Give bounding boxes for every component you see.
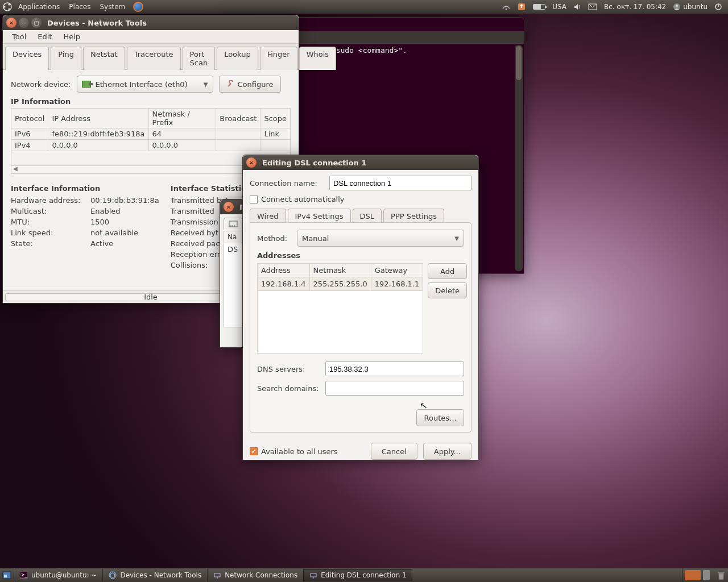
- search-domains-input[interactable]: [325, 381, 464, 396]
- nettools-titlebar[interactable]: ✕ ─ ▢ Devices - Network Tools: [3, 15, 299, 30]
- tab-traceroute[interactable]: Traceroute: [127, 47, 181, 70]
- edit-menu[interactable]: Edit: [32, 31, 57, 42]
- nettools-menubar: Tool Edit Help: [3, 30, 299, 44]
- tab-ping[interactable]: Ping: [51, 47, 81, 70]
- dns-label: DNS servers:: [257, 365, 320, 373]
- trash-icon[interactable]: [717, 570, 726, 580]
- add-button[interactable]: Add: [428, 263, 467, 279]
- user-indicator[interactable]: ubuntu: [669, 3, 711, 11]
- window-title: Editing DSL connection 1: [262, 159, 366, 167]
- connection-name-input[interactable]: [329, 176, 471, 190]
- window-title: Devices - Network Tools: [47, 19, 147, 27]
- tab-wired[interactable]: Wired: [250, 209, 286, 223]
- ip-info-heading: IP Information: [11, 97, 291, 106]
- places-menu[interactable]: Places: [64, 3, 95, 11]
- addresses-heading: Addresses: [257, 251, 464, 260]
- maximize-icon[interactable]: ▢: [31, 18, 42, 28]
- cancel-button[interactable]: Cancel: [371, 443, 417, 460]
- terminal-scrollbar[interactable]: [515, 45, 523, 271]
- firefox-icon[interactable]: [133, 2, 143, 12]
- tab-wired[interactable]: [224, 218, 243, 230]
- task-netconn[interactable]: Network Connections: [207, 569, 303, 581]
- dsl-titlebar[interactable]: ✕ Editing DSL connection 1: [243, 155, 478, 170]
- ethernet-icon: [82, 81, 91, 88]
- system-menu[interactable]: System: [95, 3, 130, 11]
- connect-auto-label[interactable]: Connect automatically: [261, 195, 345, 203]
- tab-ppp[interactable]: PPP Settings: [383, 209, 444, 223]
- top-panel: Applications Places System USA Вс. окт. …: [0, 0, 728, 14]
- terminal-icon: >_: [20, 571, 28, 579]
- configure-button[interactable]: Configure: [219, 76, 281, 93]
- svg-rect-21: [214, 573, 220, 577]
- table-row[interactable]: IPv6fe80::219:dbff:feb3:918a64Link: [11, 128, 291, 140]
- session-indicator-icon[interactable]: [711, 3, 726, 11]
- minimize-icon[interactable]: ─: [19, 18, 29, 28]
- tab-devices[interactable]: Devices: [5, 47, 49, 70]
- svg-point-19: [110, 573, 115, 577]
- task-nettools[interactable]: Devices - Network Tools: [102, 569, 207, 581]
- method-value: Manual: [302, 234, 329, 243]
- messaging-indicator-icon[interactable]: [585, 3, 601, 10]
- dsl-editing-dialog: ✕ Editing DSL connection 1 Connection na…: [242, 155, 479, 460]
- col-gateway[interactable]: Gateway: [371, 264, 423, 277]
- volume-indicator-icon[interactable]: [570, 3, 585, 11]
- col-netmask[interactable]: Netmask: [309, 264, 371, 277]
- ubuntu-logo-icon[interactable]: [2, 2, 13, 12]
- tab-finger[interactable]: Finger: [260, 47, 297, 70]
- keyboard-indicator[interactable]: USA: [549, 3, 570, 11]
- col-netmask[interactable]: Netmask / Prefix: [148, 109, 216, 128]
- help-menu[interactable]: Help: [57, 31, 86, 42]
- table-row[interactable]: IPv40.0.0.00.0.0.0: [11, 140, 291, 151]
- task-dsl-editing[interactable]: Editing DSL connection 1: [303, 569, 412, 581]
- svg-point-4: [506, 9, 507, 10]
- svg-text:>_: >_: [21, 572, 28, 577]
- svg-point-8: [676, 5, 678, 7]
- routes-button[interactable]: Routes…: [416, 409, 464, 426]
- col-broadcast[interactable]: Broadcast: [216, 109, 260, 128]
- dns-input[interactable]: [325, 361, 464, 376]
- update-indicator-icon[interactable]: [514, 2, 530, 11]
- connect-auto-checkbox[interactable]: [250, 196, 258, 203]
- tab-ipv4[interactable]: IPv4 Settings: [288, 209, 351, 223]
- tool-menu[interactable]: Tool: [6, 31, 32, 42]
- tab-dsl[interactable]: DSL: [353, 209, 382, 223]
- applications-menu[interactable]: Applications: [14, 3, 64, 11]
- chevron-down-icon: ▼: [204, 81, 208, 88]
- close-icon[interactable]: ✕: [6, 18, 16, 28]
- network-connections-icon: [309, 571, 317, 579]
- tab-portscan[interactable]: Port Scan: [183, 47, 216, 70]
- tab-lookup[interactable]: Lookup: [217, 47, 258, 70]
- table-row[interactable]: 192.168.1.4 255.255.255.0 192.168.1.1: [258, 277, 423, 291]
- task-terminal[interactable]: >_ ubuntu@ubuntu: ~: [14, 569, 102, 581]
- network-indicator-icon[interactable]: [499, 3, 514, 11]
- addresses-table[interactable]: Address Netmask Gateway 192.168.1.4 255.…: [257, 263, 423, 354]
- method-label: Method:: [257, 234, 291, 243]
- delete-button[interactable]: Delete: [428, 282, 467, 298]
- iface-info-heading: Interface Information: [11, 184, 159, 193]
- col-ip[interactable]: IP Address: [48, 109, 148, 128]
- connection-name-label: Connection name:: [250, 179, 324, 188]
- tab-whois[interactable]: Whois: [299, 47, 336, 70]
- network-device-label: Network device:: [11, 80, 71, 89]
- workspace-switcher[interactable]: [685, 570, 701, 580]
- col-protocol[interactable]: Protocol: [11, 109, 48, 128]
- col-address[interactable]: Address: [258, 264, 310, 277]
- wrench-icon: [226, 80, 234, 88]
- clock-indicator[interactable]: Вс. окт. 17, 05:42: [601, 3, 669, 11]
- svg-point-3: [8, 8, 10, 10]
- available-all-users-label[interactable]: Available to all users: [261, 447, 338, 456]
- user-name: ubuntu: [683, 3, 708, 11]
- network-connections-icon: [213, 571, 221, 579]
- svg-point-2: [8, 3, 10, 5]
- available-all-users-checkbox[interactable]: ✔: [250, 447, 258, 455]
- apply-button[interactable]: Apply...: [423, 443, 471, 460]
- close-icon[interactable]: ✕: [224, 202, 234, 212]
- ethernet-icon: [229, 221, 238, 227]
- battery-indicator-icon[interactable]: [530, 4, 549, 10]
- tab-netstat[interactable]: Netstat: [83, 47, 125, 70]
- method-dropdown[interactable]: Manual ▼: [297, 230, 464, 247]
- show-desktop-button[interactable]: [0, 568, 14, 582]
- close-icon[interactable]: ✕: [246, 157, 257, 168]
- network-device-dropdown[interactable]: Ethernet Interface (eth0) ▼: [77, 76, 213, 93]
- col-scope[interactable]: Scope: [260, 109, 291, 128]
